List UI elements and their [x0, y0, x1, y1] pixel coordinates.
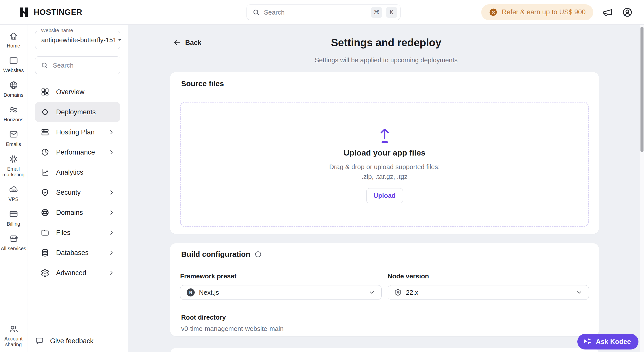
sidebar-item-advanced[interactable]: Advanced — [35, 263, 120, 283]
sidebar-item-performance[interactable]: Performance — [35, 142, 120, 162]
rail-item-home[interactable]: Home — [1, 31, 27, 49]
chevron-right-icon — [108, 149, 115, 156]
megaphone-icon — [602, 7, 613, 18]
page-subtitle: Settings will be applied to upcoming dep… — [128, 56, 644, 64]
nextjs-icon: N — [186, 288, 195, 297]
chevron-down-icon — [576, 289, 583, 296]
website-name-select[interactable]: Website name antiquewhite-butterfly-151 — [35, 31, 120, 49]
sidebar-search[interactable] — [35, 56, 120, 74]
rail-item-vps[interactable]: VPS — [1, 185, 27, 202]
sidebar-item-databases[interactable]: Databases — [35, 243, 120, 263]
source-files-card: Source files Upload your app files Drag … — [170, 72, 599, 234]
upload-arrow-icon — [377, 126, 392, 144]
refer-earn-label: Refer & earn up to US$ 900 — [502, 8, 586, 16]
scrollbar-thumb[interactable] — [640, 27, 643, 152]
rail-item-account-sharing[interactable]: Account sharing — [1, 324, 27, 347]
next-card-partial — [170, 348, 599, 352]
top-header: HOSTINGER ⌘ K Refer & earn up to US$ 900 — [0, 0, 644, 25]
globe-icon — [9, 80, 18, 90]
hostinger-h-icon — [18, 7, 30, 18]
root-directory-label: Root directory — [181, 314, 588, 321]
upload-formats: .zip, .tar.gz, .tgz — [361, 173, 407, 181]
speech-bubble-icon — [35, 336, 44, 345]
database-icon — [41, 248, 50, 257]
chevron-right-icon — [108, 229, 115, 236]
users-icon — [9, 324, 18, 334]
chevron-right-icon — [108, 270, 115, 276]
svg-text:JS: JS — [396, 291, 399, 294]
upload-hint: Drag & drop or upload supported files: — [329, 163, 440, 171]
folder-icon — [41, 228, 50, 237]
refer-earn-button[interactable]: Refer & earn up to US$ 900 — [481, 4, 593, 20]
server-stack-icon — [41, 128, 50, 137]
home-icon — [9, 31, 18, 41]
website-name-value: antiquewhite-butterfly-151 — [41, 36, 116, 44]
search-icon — [41, 62, 48, 69]
svg-text:N: N — [189, 290, 192, 295]
sidebar-item-overview[interactable]: Overview — [35, 82, 120, 102]
cloud-server-icon — [9, 185, 18, 194]
sidebar-item-analytics[interactable]: Analytics — [35, 162, 120, 182]
sidebar-item-deployments[interactable]: Deployments — [35, 102, 120, 122]
rail-item-all-services[interactable]: All services — [1, 234, 27, 252]
search-icon — [252, 9, 260, 16]
user-circle-icon — [622, 7, 633, 18]
node-version-value: 22.x — [406, 289, 418, 296]
chevron-right-icon — [108, 209, 115, 216]
back-button[interactable]: Back — [173, 39, 202, 47]
nodejs-icon: JS — [394, 288, 402, 296]
info-icon[interactable] — [254, 250, 262, 258]
framework-preset-select[interactable]: N Next.js — [180, 285, 382, 300]
globe-icon — [41, 208, 50, 217]
pie-chart-icon — [41, 148, 50, 157]
chevron-right-icon — [108, 189, 115, 196]
upload-button[interactable]: Upload — [366, 188, 403, 203]
rail-item-domains[interactable]: Domains — [1, 80, 27, 98]
sidebar-item-hosting-plan[interactable]: Hosting Plan — [35, 122, 120, 142]
badge-percent-icon — [489, 8, 498, 17]
build-config-card: Build configuration Framework preset N N… — [170, 243, 599, 336]
k-keycap: K — [386, 7, 397, 18]
upload-dropzone[interactable]: Upload your app files Drag & drop or upl… — [180, 102, 589, 227]
kodee-icon — [583, 337, 592, 346]
brand-wordmark: HOSTINGER — [34, 8, 82, 17]
scrollbar-track[interactable] — [640, 25, 644, 352]
global-search[interactable]: ⌘ K — [247, 5, 400, 20]
framework-preset-label: Framework preset — [180, 272, 382, 280]
hostinger-logo[interactable]: HOSTINGER — [18, 7, 82, 18]
main-content: Back Settings and redeploy Settings will… — [128, 25, 644, 352]
cmd-keycap: ⌘ — [371, 7, 382, 18]
storefront-icon — [9, 234, 18, 243]
waves-icon — [9, 105, 18, 115]
rail-item-websites[interactable]: Websites — [1, 56, 27, 73]
sidebar-item-files[interactable]: Files — [35, 223, 120, 243]
sidebar-search-input[interactable] — [53, 62, 137, 69]
envelope-icon — [9, 130, 18, 139]
rail-item-billing[interactable]: Billing — [1, 209, 27, 227]
burst-icon — [9, 154, 18, 164]
source-files-title: Source files — [181, 79, 224, 88]
gear-icon — [41, 268, 50, 277]
sidebar-item-security[interactable]: Security — [35, 182, 120, 203]
credit-card-icon — [9, 209, 18, 219]
browser-icon — [9, 56, 18, 65]
sidebar-item-domains[interactable]: Domains — [35, 203, 120, 223]
announcements-button[interactable] — [602, 7, 613, 18]
global-search-input[interactable] — [264, 9, 367, 16]
give-feedback-button[interactable]: Give feedback — [35, 336, 94, 345]
framework-preset-value: Next.js — [199, 289, 219, 296]
chevron-down-icon — [368, 289, 375, 296]
chevron-right-icon — [108, 129, 115, 135]
rail-item-emails[interactable]: Emails — [1, 130, 27, 147]
shield-check-icon — [41, 188, 50, 197]
site-sidebar: Website name antiquewhite-butterfly-151 … — [27, 25, 128, 352]
arrow-left-icon — [173, 39, 181, 47]
rail-item-email-marketing[interactable]: Email marketing — [1, 154, 27, 178]
ask-kodee-button[interactable]: Ask Kodee — [577, 334, 638, 349]
rail-item-horizons[interactable]: Horizons — [1, 105, 27, 123]
chevron-right-icon — [108, 249, 115, 256]
node-version-select[interactable]: JS 22.x — [388, 285, 589, 300]
grid-icon — [41, 87, 50, 96]
account-menu-button[interactable] — [622, 7, 633, 18]
node-version-label: Node version — [388, 272, 589, 280]
